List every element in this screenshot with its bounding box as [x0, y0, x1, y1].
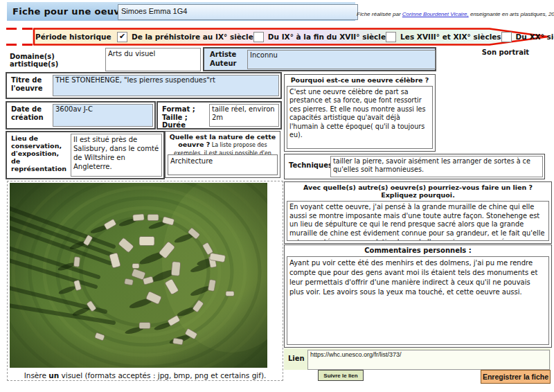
lien-row: Lien https://whc.unesco.org/fr/list/373/ — [284, 348, 551, 370]
titre-input[interactable]: THE STONEHENGE, "les pierres suspendues"… — [53, 75, 279, 96]
commentaires-box: Commentaires personnels : Ayant pu voir … — [284, 244, 552, 348]
format-box: Format ;Taille ; Durée taille réel, envi… — [157, 101, 282, 130]
format-label: Format ;Taille ; Durée — [158, 103, 208, 128]
lien-url-input[interactable]: https://whc.unesco.org/fr/list/373/ — [307, 350, 550, 370]
stonehenge-photo — [10, 183, 267, 368]
techniques-label: Techniques — [285, 154, 329, 179]
domaine-input[interactable]: Arts du visuel — [105, 48, 201, 71]
period-option-xviii-xix: Les XVIII° et XIX° siècles — [386, 32, 501, 42]
student-name-input[interactable]: Simoes Emma 1G4 — [118, 4, 358, 20]
period-label-3: Du XX° siècle à nos jours — [516, 33, 554, 41]
format-input[interactable]: taille réel, environ 2m — [209, 104, 279, 127]
techniques-box: Techniques tailler la pierre, savoir ais… — [284, 154, 545, 179]
period-label-0: De la préhistoire au IX° siècle — [132, 33, 253, 41]
pourquoi-box: Pourquoi est-ce une oeuvre célèbre ? C'e… — [284, 74, 436, 152]
fiche-oeuvre-page: Fiche pour une oeuvre par Simoes Emma 1G… — [0, 0, 554, 392]
lien-oeuvres-text[interactable]: En voyant cette oeuvre, j'ai pensé à la … — [287, 201, 549, 241]
periode-historique-band: Période historique ✔ De la préhistoire a… — [2, 27, 552, 46]
period-checkbox-1[interactable] — [253, 32, 264, 42]
lien-label: Lien — [288, 355, 305, 362]
pourquoi-title: Pourquoi est-ce une oeuvre célèbre ? — [285, 75, 435, 84]
date-label: Date decréation — [7, 103, 51, 128]
period-option-ix-xvii: Du IX° à la fin du XVII° siècle — [253, 32, 386, 42]
period-label-1: Du IX° à la fin du XVII° siècle — [268, 33, 386, 41]
visual-caption: Insère un visuel (formats acceptés : jpg… — [8, 371, 283, 380]
credit-author-link[interactable]: Corinne Bourdenet Vicaire, — [402, 11, 469, 17]
period-checkbox-2[interactable] — [386, 32, 396, 42]
credit-suffix: enseignante en arts plastiques, 2019 — [469, 11, 554, 17]
portrait-label: Son portrait — [457, 48, 554, 56]
lien-oeuvres-title: Avec quelle(s) autre(s) oeuvre(s) pourri… — [285, 182, 551, 199]
artiste-box: ArtisteAuteur Inconnu — [203, 47, 436, 71]
period-option-prehistoire: ✔ De la préhistoire au IX° siècle — [117, 32, 253, 42]
header-band: Fiche pour une oeuvre par Simoes Emma 1G… — [7, 2, 355, 21]
techniques-input[interactable]: tailler la pierre, savoir aisément les a… — [330, 156, 543, 177]
period-label-2: Les XVIII° et XIX° siècles — [400, 33, 501, 41]
save-sheet-button[interactable]: Enregistrer la fiche — [481, 370, 551, 384]
commentaires-title: Commentaires personnels : — [285, 245, 551, 255]
nature-input[interactable]: Architecture — [168, 154, 278, 175]
periode-row: Période historique ✔ De la préhistoire a… — [35, 27, 520, 46]
commentaires-text[interactable]: Ayant pu voir cette été des menhirs et d… — [287, 256, 549, 345]
pourquoi-text[interactable]: C'est une oeuvre célèbre de part sa pres… — [287, 86, 433, 149]
date-box: Date decréation 3600av J-C — [6, 101, 156, 130]
visual-insert-area[interactable]: Insère un visuel (formats acceptés : jpg… — [7, 181, 283, 381]
date-input[interactable]: 3600av J-C — [53, 104, 153, 127]
lien-oeuvres-box: Avec quelle(s) autre(s) oeuvre(s) pourri… — [284, 181, 552, 244]
lieu-label: Lieu de conservation, d'exposition, de r… — [7, 132, 69, 178]
artiste-input[interactable]: Inconnu — [247, 50, 436, 69]
artiste-label: ArtisteAuteur — [210, 50, 236, 68]
domaine-label: Domaine(s) artistique(s) — [10, 53, 104, 68]
credit-prefix: Fiche réalisée par — [357, 11, 402, 17]
period-option-xx: Du XX° siècle à nos jours — [501, 32, 554, 42]
nature-box: Quelle est la nature de cette oeuvre ? L… — [165, 131, 280, 178]
lieu-box: Lieu de conservation, d'exposition, de r… — [6, 131, 165, 179]
lieu-input[interactable]: Il est situé près de Salisbury, dans le … — [71, 134, 162, 177]
period-checkbox-0[interactable]: ✔ — [117, 32, 127, 42]
titre-box: Titre del'oeuvre THE STONEHENGE, "les pi… — [6, 72, 282, 99]
credit-line: Fiche réalisée par Corinne Bourdenet Vic… — [357, 11, 552, 17]
titre-label: Titre del'oeuvre — [7, 73, 51, 98]
periode-label: Période historique — [35, 33, 117, 41]
follow-link-button[interactable]: Suivre le lien — [318, 370, 364, 381]
period-checkbox-3[interactable] — [501, 32, 512, 42]
